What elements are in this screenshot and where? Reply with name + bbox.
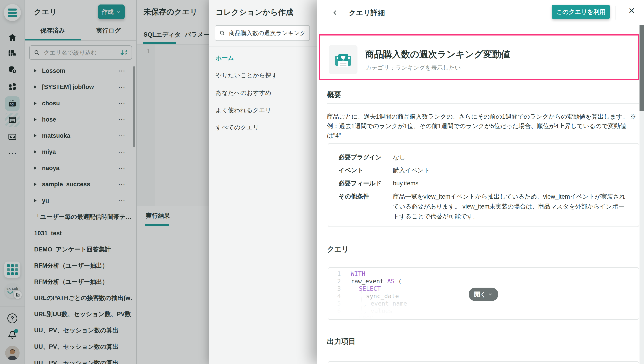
create-query-button[interactable]: 作成 <box>98 5 124 19</box>
active-tab-underline <box>143 42 176 44</box>
detail-scrollbar[interactable] <box>640 25 644 364</box>
sidebar-item-home[interactable] <box>5 30 20 45</box>
sql-editor-area[interactable]: 1 <box>137 44 209 206</box>
app-root: SQL ⋯ cX Lab ? <box>0 0 644 364</box>
close-icon[interactable]: ✕ <box>628 7 635 15</box>
query-section-heading: クエリ <box>327 244 349 254</box>
collection-menu-popular[interactable]: よく使われるクエリ <box>216 107 271 114</box>
open-code-button[interactable]: 開く <box>469 288 498 301</box>
sidebar-divider <box>0 306 25 306</box>
query-row[interactable]: URLのPATHごとの接客数の抽出(w… <box>25 294 136 301</box>
sidebar-item-more[interactable]: ⋯ <box>5 146 20 160</box>
question-icon: ? <box>10 315 14 322</box>
main-menu-button[interactable] <box>4 4 21 21</box>
results-divider <box>137 226 209 226</box>
user-avatar-photo <box>5 346 20 360</box>
tab-saved[interactable]: 保存済み <box>25 27 80 35</box>
folder-menu-icon[interactable]: ⋯ <box>118 183 126 185</box>
folder-row[interactable]: hose⋯ <box>25 116 136 123</box>
folder-row[interactable]: [SYSTEM] jobflow⋯ <box>25 83 136 91</box>
folder-menu-icon[interactable]: ⋯ <box>118 70 126 72</box>
collection-search-field[interactable] <box>215 25 310 41</box>
folder-menu-icon[interactable]: ⋯ <box>118 135 126 137</box>
overview-heading: 概要 <box>327 90 341 100</box>
folder-row[interactable]: naoya⋯ <box>25 164 136 172</box>
folder-menu-icon[interactable]: ⋯ <box>118 200 126 202</box>
hamburger-icon <box>8 9 17 11</box>
active-tab-underline <box>145 224 169 226</box>
folder-row[interactable]: sample_success⋯ <box>25 181 136 188</box>
output-section-heading: 出力項目 <box>327 336 356 346</box>
query-row[interactable]: UU、PV、セッション数の算出 <box>25 343 136 350</box>
highlighted-query-card[interactable]: 商品購入数の週次ランキング変動値 カテゴリ：ランキングを表示したい <box>319 34 639 80</box>
query-list-scrollbar[interactable] <box>133 66 135 147</box>
results-divider <box>137 206 209 206</box>
sort-az-icon[interactable]: AZ <box>120 50 128 56</box>
folder-menu-icon[interactable]: ⋯ <box>118 86 126 88</box>
spec-value: 商品一覧をview_itemイベントから抽出しているため、view_itemイベ… <box>393 192 628 221</box>
back-button[interactable] <box>332 6 341 19</box>
help-button[interactable]: ? <box>8 313 17 323</box>
query-list-panel: クエリ 作成 保存済み 実行ログ AZ Lossom⋯ [SYSTEM] job… <box>25 0 136 364</box>
folder-row[interactable]: chosu⋯ <box>25 100 136 107</box>
search-icon <box>219 30 226 36</box>
sidebar-item-jobflow[interactable] <box>5 63 20 77</box>
collection-search-input[interactable] <box>228 30 306 37</box>
collection-menu-all[interactable]: すべてのクエリ <box>216 124 259 131</box>
editor-gutter: 1 <box>137 45 155 206</box>
apps-grid-icon <box>7 264 10 267</box>
sidebar-item-sql-active[interactable]: SQL <box>5 96 20 111</box>
tab-results[interactable]: 実行結果 <box>146 212 170 220</box>
query-search-input[interactable] <box>43 49 116 56</box>
sidebar-item-datahub[interactable] <box>5 46 20 61</box>
global-sidebar: SQL ⋯ cX Lab ? <box>0 0 25 364</box>
use-this-query-button[interactable]: このクエリを利用 <box>552 5 610 19</box>
folder-row[interactable]: yu⋯ <box>25 197 136 204</box>
folder-menu-icon[interactable]: ⋯ <box>118 167 126 169</box>
collection-menu-home[interactable]: ホーム <box>216 54 234 62</box>
query-search-field[interactable]: AZ <box>29 45 132 60</box>
query-row[interactable]: RFM分析（ユーザー抽出） <box>25 278 136 285</box>
detail-scrollbar-thumb[interactable] <box>640 25 644 111</box>
search-icon <box>34 50 40 56</box>
user-avatar[interactable] <box>5 346 20 360</box>
sidebar-item-blocks[interactable] <box>5 80 20 94</box>
folder-row[interactable]: Lossom⋯ <box>25 67 136 74</box>
sidebar-item-report[interactable] <box>5 113 20 127</box>
spec-value: 購入イベント <box>393 166 628 175</box>
output-table-stub <box>328 361 639 364</box>
building-icon <box>16 292 20 297</box>
section-divider <box>327 258 639 258</box>
sidebar-item-dashboard[interactable] <box>5 130 20 144</box>
section-divider <box>327 350 639 350</box>
query-row[interactable]: DEMO_アンケート回答集計 <box>25 246 136 253</box>
home-icon <box>8 33 17 42</box>
dashboard-icon <box>8 132 17 142</box>
tab-run-log[interactable]: 実行ログ <box>80 27 136 35</box>
folder-menu-icon[interactable]: ⋯ <box>118 151 126 153</box>
folder-menu-icon[interactable]: ⋯ <box>118 102 126 105</box>
folder-menu-icon[interactable]: ⋯ <box>118 118 126 121</box>
workspace-switcher[interactable]: cX Lab <box>5 283 20 298</box>
apps-grid-button[interactable] <box>4 261 20 278</box>
collection-panel: コレクションから作成 ホーム やりたいことから探す あなたへのおすすめ よく使わ… <box>209 0 316 364</box>
detail-title: クエリ詳細 <box>348 8 385 18</box>
collection-menu-recommended[interactable]: あなたへのおすすめ <box>216 89 272 96</box>
query-detail-panel: クエリ詳細 このクエリを利用 ✕ <box>316 0 644 364</box>
folder-row[interactable]: miya⋯ <box>25 148 136 156</box>
collection-panel-title: コレクションから作成 <box>216 7 293 18</box>
query-row[interactable]: URL別UU数、セッション数、PV数 <box>25 310 136 318</box>
collection-menu-find-by-goal[interactable]: やりたいことから探す <box>216 72 278 79</box>
notifications-button[interactable] <box>8 330 17 340</box>
query-row[interactable]: UU、PV、セッション数の算出 <box>25 327 136 334</box>
blocks-puzzle-icon <box>8 82 17 92</box>
query-row[interactable]: UU、PV、セッション数の算出 <box>25 359 136 364</box>
query-row[interactable]: RFM分析（ユーザー抽出） <box>25 262 136 269</box>
tab-sql-editor[interactable]: SQLエディタ <box>144 31 181 39</box>
tabs-divider <box>25 41 136 41</box>
sql-editor-icon: SQL <box>7 98 18 109</box>
query-row[interactable]: 1031_test <box>25 230 136 237</box>
folder-row[interactable]: matsuoka⋯ <box>25 132 136 139</box>
query-row[interactable]: 「ユーザー毎の最適配信時間帯テ… <box>25 213 136 220</box>
spec-label: イベント <box>338 166 388 175</box>
